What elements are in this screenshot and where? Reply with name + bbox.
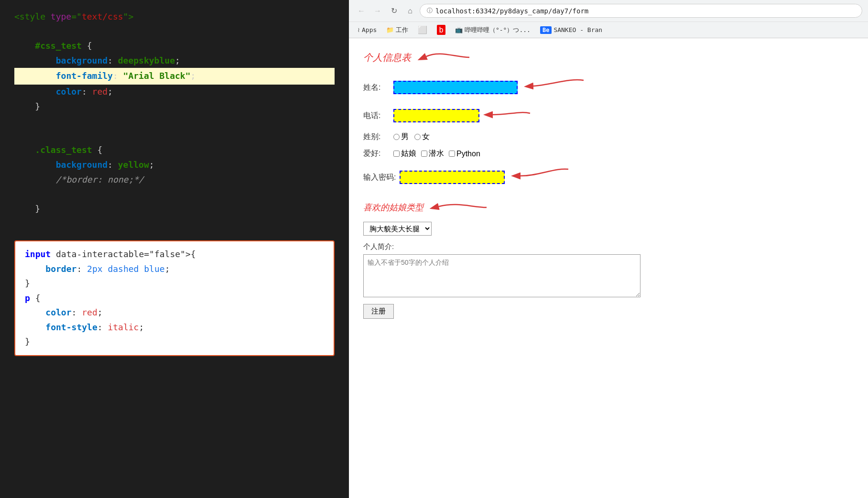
hbox-selector-p: p	[25, 293, 30, 303]
code-val-skyblue: deepskyblue	[118, 55, 175, 65]
apps-grid-icon: ≀	[358, 26, 360, 33]
gender-female-text: 女	[422, 132, 430, 142]
hbox-line-4: p {	[25, 291, 324, 306]
code-brace-close2: }	[35, 204, 40, 214]
phone-input[interactable]	[393, 109, 479, 122]
code-line-12: /*border: none;*/	[14, 173, 335, 187]
code-line-1: <style type="text/css">	[14, 10, 335, 24]
form-title-row: 个人信息表	[363, 48, 854, 67]
hbox-line-3: }	[25, 276, 324, 291]
gender-female-label[interactable]: 女	[414, 132, 430, 142]
bookmark-work[interactable]: 📁 工作	[383, 25, 411, 35]
code-tag: <style	[14, 11, 51, 22]
code-editor: <style type="text/css"> #css_test { back…	[0, 0, 349, 498]
hobby-row: 爱好: 姑娘 潜水 Python	[363, 149, 854, 159]
type-dropdown[interactable]: 胸大貌美大长腿	[363, 222, 432, 236]
gender-radio-group: 男 女	[393, 132, 430, 142]
hobby-guniang-text: 姑娘	[401, 149, 416, 159]
code-comment: /*border: none;*/	[56, 174, 144, 184]
back-button[interactable]: ←	[355, 4, 368, 18]
apps-label: Apps	[362, 26, 377, 33]
name-input[interactable]	[393, 81, 518, 94]
code-line-11: background: yellow;	[14, 158, 335, 173]
section2-title-text: 喜欢的姑娘类型	[363, 202, 423, 213]
code-prop-ff: font-family	[56, 71, 113, 81]
phone-row: 电话:	[363, 106, 854, 125]
hobby-qianshui-text: 潜水	[429, 149, 444, 159]
url-text: localhost:63342/py8days_camp/day7/form	[435, 7, 588, 15]
folder-icon: 📁	[386, 26, 394, 33]
address-bar[interactable]: ⓘ localhost:63342/py8days_camp/day7/form	[420, 4, 862, 18]
code-brace-open: {	[87, 41, 92, 51]
hbox-line-7: }	[25, 335, 324, 349]
code-line-14: }	[14, 202, 335, 217]
section2-title-row: 喜欢的姑娘类型	[363, 198, 854, 217]
sankeo-label: SANKEO - Bran	[553, 26, 602, 33]
submit-button[interactable]: 注册	[363, 304, 394, 319]
bookmark-icon1[interactable]: ⬜	[415, 24, 430, 35]
code-highlight-box: input data-interactable="false">{ border…	[14, 240, 335, 356]
home-button[interactable]: ⌂	[403, 4, 417, 18]
phone-label: 电话:	[363, 111, 390, 121]
bookmark-icon2[interactable]: b	[434, 24, 448, 36]
bookmark-apps[interactable]: ≀ Apps	[355, 25, 380, 34]
hbox-val-border: 2px dashed blue	[87, 264, 165, 274]
browser-content: 个人信息表 姓名:	[349, 38, 868, 498]
bookmark-icon2-img: b	[437, 25, 445, 35]
browser-panel: ← → ↻ ⌂ ⓘ localhost:63342/py8days_camp/d…	[349, 0, 868, 498]
hbox-selector-input: input	[25, 249, 51, 259]
bookmark-icon1-img: ⬜	[418, 25, 427, 34]
bookmarks-bar: ≀ Apps 📁 工作 ⬜ b 📺 哔哩哔哩（°-°）つ... Be SANKE…	[349, 22, 868, 38]
password-row: 输入密码:	[363, 165, 854, 189]
gender-female-radio[interactable]	[414, 134, 421, 140]
code-selector-2: .class_test	[35, 145, 92, 155]
code-attr: type	[51, 11, 71, 22]
hbox-line-6: font-style: italic;	[25, 320, 324, 335]
code-line-3: #css_test {	[14, 39, 335, 54]
bio-textarea[interactable]	[363, 254, 640, 297]
gender-male-label[interactable]: 男	[393, 132, 409, 142]
hobby-label: 爱好:	[363, 149, 390, 159]
hobby-python-label[interactable]: Python	[449, 150, 480, 158]
code-equals: ="	[71, 11, 82, 22]
bio-label: 个人简介:	[363, 242, 394, 250]
gender-row: 姓别: 男 女	[363, 132, 854, 142]
bookmark-sankeo[interactable]: Be SANKEO - Bran	[537, 25, 605, 35]
code-prop-bg: background	[56, 55, 108, 65]
bookmark-bili[interactable]: 📺 哔哩哔哩（°-°）つ...	[452, 25, 533, 35]
form-title-text: 个人信息表	[363, 51, 411, 64]
phone-arrow-svg	[487, 106, 535, 125]
name-row: 姓名:	[363, 76, 854, 99]
hbox-val-italic: italic	[108, 322, 139, 332]
name-arrow-svg	[526, 76, 588, 99]
hobby-guniang-label[interactable]: 姑娘	[393, 149, 416, 159]
password-input[interactable]	[400, 171, 505, 184]
bio-section: 个人简介:	[363, 242, 854, 297]
hbox-prop-fontstyle: font-style	[45, 322, 97, 332]
hobby-qianshui-label[interactable]: 潜水	[421, 149, 444, 159]
code-brace-open2: {	[97, 145, 102, 155]
code-line-7: }	[14, 99, 335, 114]
code-line-6: color: red;	[14, 85, 335, 99]
code-line-10: .class_test {	[14, 143, 335, 158]
lock-icon: ⓘ	[427, 7, 433, 15]
bili-icon: 📺	[455, 26, 463, 33]
code-colon-1: :	[108, 55, 113, 65]
hbox-line-2: border: 2px dashed blue;	[25, 262, 324, 277]
hbox-prop-color: color	[45, 307, 71, 317]
forward-button[interactable]: →	[371, 4, 384, 18]
hobby-guniang-checkbox[interactable]	[393, 151, 400, 157]
refresh-button[interactable]: ↻	[387, 4, 401, 18]
code-val-red1: red	[92, 87, 108, 97]
section2-arrow-svg	[429, 198, 491, 217]
dropdown-row: 胸大貌美大长腿	[363, 222, 854, 236]
hobby-checkbox-group: 姑娘 潜水 Python	[393, 149, 480, 159]
title-arrow-svg	[417, 48, 474, 67]
hobby-qianshui-checkbox[interactable]	[421, 151, 427, 157]
code-line-5: font-family: "Arial Black";	[14, 68, 335, 85]
code-semi-1: ;	[175, 55, 180, 65]
gender-male-text: 男	[401, 132, 409, 142]
gender-male-radio[interactable]	[393, 134, 400, 140]
browser-chrome: ← → ↻ ⌂ ⓘ localhost:63342/py8days_camp/d…	[349, 0, 868, 38]
hobby-python-checkbox[interactable]	[449, 151, 455, 157]
